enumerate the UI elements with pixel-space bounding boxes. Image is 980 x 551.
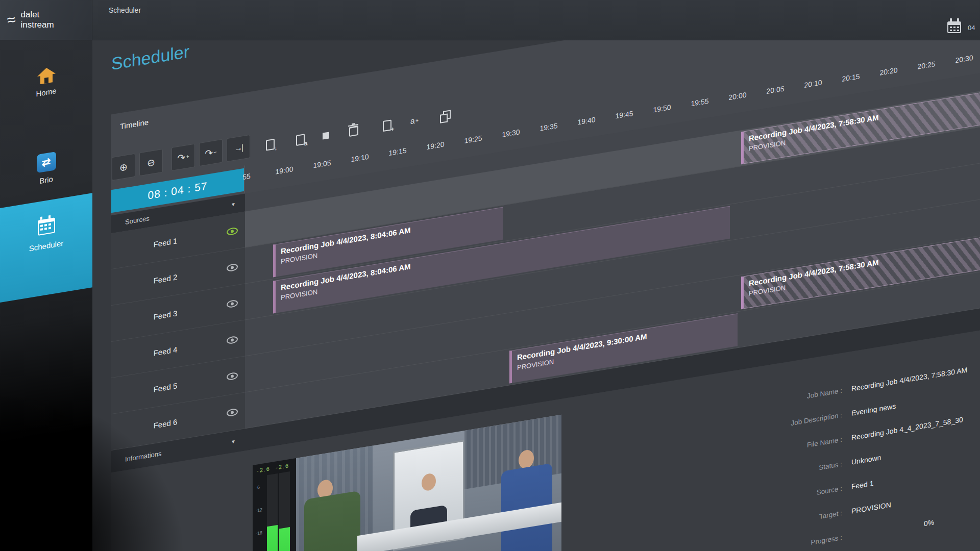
ruler-tick: 19:35 <box>540 121 557 133</box>
eye-visibility-icon[interactable] <box>227 227 238 236</box>
toolbar-stop-button[interactable] <box>315 123 336 147</box>
rename-clip-icon: a <box>296 134 305 146</box>
toolbar-duplicate-button[interactable] <box>435 104 455 128</box>
delete-icon <box>349 126 358 137</box>
zoom-out-icon: ⊖ <box>147 156 155 169</box>
ruler-tick: 19:30 <box>502 128 520 139</box>
ruler-tick: 20:15 <box>842 72 860 83</box>
eye-visibility-icon[interactable] <box>227 263 238 272</box>
ruler-tick: 20:00 <box>728 91 746 102</box>
chevron-down-icon[interactable]: ▼ <box>231 438 236 445</box>
export-clip-icon: ↓ <box>266 138 275 151</box>
home-icon <box>37 66 56 85</box>
screenshot-stage: Home ⇄ Brio Scheduler Scheduler Timeline… <box>0 0 980 551</box>
eye-visibility-icon[interactable] <box>227 408 238 417</box>
toolbar-zoom-in-button[interactable]: ⊕ <box>112 154 135 181</box>
brand-line1: dalet <box>20 10 54 20</box>
add-clip-icon: + <box>383 119 391 132</box>
audio-meter-bar <box>267 525 278 551</box>
toolbar-export-clip-button[interactable]: ↓ <box>260 133 280 157</box>
app-logo[interactable]: ≈ dalet instream <box>0 0 92 40</box>
anchor-head <box>422 472 436 492</box>
go-to-end-icon: →| <box>234 143 242 154</box>
header-date-fragment: 04 <box>968 24 975 32</box>
ruler-tick: 19:15 <box>388 146 406 158</box>
eye-visibility-icon[interactable] <box>227 299 238 309</box>
top-navbar: ≈ dalet instream Scheduler 04 <box>0 0 980 40</box>
presenter-left <box>304 490 360 551</box>
stop-icon <box>323 132 329 139</box>
sidebar: Home ⇄ Brio Scheduler <box>0 24 92 551</box>
toolbar-rename-clip-button[interactable]: a <box>290 128 310 152</box>
sidebar-item-label: Scheduler <box>0 234 92 258</box>
zoom-in-icon: ⊕ <box>119 161 128 174</box>
brand-line2: instream <box>20 20 54 30</box>
calendar-icon[interactable] <box>947 21 961 33</box>
meter-tick-label: -12 <box>256 507 262 513</box>
chevron-down-icon[interactable]: ▼ <box>231 201 236 208</box>
ruler-tick: 20:30 <box>955 54 973 65</box>
sidebar-item-label: Home <box>0 80 92 104</box>
toolbar-redo-add-button[interactable]: ↷+ <box>172 143 195 171</box>
feed-label: Feed 6 <box>154 413 203 430</box>
sidebar-item-label: Brio <box>0 168 92 192</box>
audio-meter-bar <box>279 527 290 551</box>
tab-scheduler[interactable]: Scheduler <box>109 6 141 14</box>
toolbar-add-clip-button[interactable]: + <box>377 114 397 138</box>
redo-add-icon: ↷ <box>177 151 185 164</box>
sources-label: Sources <box>111 214 150 228</box>
ruler-tick: 19:05 <box>313 159 331 170</box>
toolbar-delete-button[interactable] <box>344 119 364 143</box>
ruler-tick: 55 <box>242 172 251 182</box>
feed-label: Feed 3 <box>154 304 203 321</box>
feed-label: Feed 4 <box>154 340 203 357</box>
feed-label: Feed 2 <box>154 268 203 285</box>
ruler-tick: 19:25 <box>464 134 482 145</box>
eye-visibility-icon[interactable] <box>227 336 238 345</box>
calendar-icon <box>38 217 55 236</box>
dalet-wave-icon: ≈ <box>6 11 17 29</box>
ruler-tick: 19:10 <box>351 153 369 164</box>
eye-visibility-icon[interactable] <box>227 372 238 381</box>
feed-label: Feed 1 <box>154 232 203 248</box>
sidebar-item-scheduler[interactable]: Scheduler <box>0 193 92 303</box>
app-content-layer: Home ⇄ Brio Scheduler Scheduler Timeline… <box>0 0 980 551</box>
ruler-tick: 20:25 <box>917 60 935 71</box>
ruler-tick: 19:40 <box>577 115 595 127</box>
feed-label: Feed 5 <box>154 377 203 393</box>
sidebar-item-brio[interactable]: ⇄ Brio <box>0 145 92 192</box>
detail-value: 0% <box>924 518 934 528</box>
meter-tick-label: -6 <box>256 485 260 490</box>
redo-remove-icon: ↷ <box>205 146 213 160</box>
ruler-tick: 20:10 <box>804 78 822 89</box>
add-text-icon: a <box>410 116 415 126</box>
sidebar-item-home[interactable]: Home <box>0 60 92 104</box>
transfer-arrows-icon: ⇄ <box>37 152 56 173</box>
meter-tick-label: -18 <box>256 530 262 536</box>
ruler-tick: 20:05 <box>766 84 784 95</box>
audio-meters: -2.6 -2.6 -6-12-18-24 <box>253 458 296 551</box>
ruler-tick: 19:20 <box>426 140 444 151</box>
toolbar-zoom-out-button[interactable]: ⊖ <box>139 149 163 177</box>
duplicate-icon <box>440 110 450 122</box>
toolbar-redo-remove-button[interactable]: ↷− <box>199 139 223 167</box>
ruler-tick: 19:00 <box>275 165 293 176</box>
ruler-tick: 19:50 <box>653 103 671 114</box>
ruler-tick: 19:45 <box>615 109 633 120</box>
toolbar-go-to-end-button[interactable]: →| <box>227 135 250 162</box>
ruler-tick: 19:55 <box>691 97 708 108</box>
brand-name: dalet instream <box>20 10 54 30</box>
toolbar-add-text-button[interactable]: a+ <box>404 109 425 133</box>
informations-label: Informations <box>111 449 162 465</box>
ruler-tick: 20:20 <box>879 66 897 77</box>
